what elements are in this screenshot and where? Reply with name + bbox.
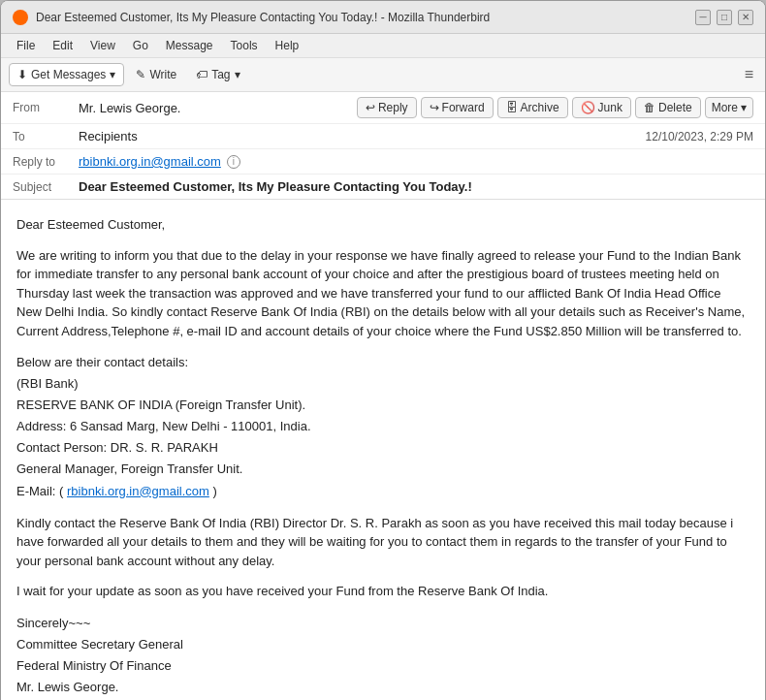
junk-label: Junk (598, 101, 622, 114)
sign-title1: Committee Secretary General (16, 634, 750, 655)
reply-button[interactable]: ↩ Reply (357, 97, 417, 118)
get-messages-dropdown-icon[interactable]: ▾ (110, 68, 115, 81)
from-label: From (13, 101, 71, 114)
subject-row: Subject Dear Esteemed Customer, Its My P… (1, 175, 765, 199)
menu-message[interactable]: Message (158, 36, 221, 55)
app-icon (13, 10, 28, 25)
archive-icon: 🗄 (506, 101, 518, 114)
menu-help[interactable]: Help (268, 36, 307, 55)
email-header: From Mr. Lewis George. ↩ Reply ↪ Forward… (1, 92, 765, 200)
toolbar: ⬇ Get Messages ▾ ✎ Write 🏷 Tag ▾ ≡ (1, 58, 765, 92)
menu-go[interactable]: Go (125, 36, 156, 55)
archive-label: Archive (521, 101, 559, 114)
write-button[interactable]: ✎ Write (128, 64, 184, 85)
to-value: Recipients (79, 129, 638, 143)
more-dropdown-icon: ▾ (741, 101, 747, 114)
menu-tools[interactable]: Tools (223, 36, 266, 55)
contact-org: RESERVE BANK OF INDIA (Foreign Transfer … (16, 395, 750, 416)
get-messages-label: Get Messages (31, 68, 106, 81)
from-value: Mr. Lewis George. (79, 101, 349, 115)
contact-email-line: E-Mail: ( rbibnki.org.in@gmail.com ) (16, 481, 750, 502)
to-row: To Recipients 12/10/2023, 2:29 PM (1, 124, 765, 149)
reply-label: Reply (378, 101, 408, 114)
tag-button[interactable]: 🏷 Tag ▾ (188, 64, 247, 85)
hamburger-menu[interactable]: ≡ (741, 62, 757, 87)
window-title: Dear Esteemed Customer, Its My Pleasure … (36, 11, 687, 24)
tag-icon: 🏷 (196, 68, 207, 81)
contact-person: Contact Person: DR. S. R. PARAKH (16, 437, 750, 459)
email-body-wrapper: Dear Esteemed Customer, We are writing t… (1, 200, 765, 700)
get-messages-icon: ⬇ (17, 68, 27, 81)
forward-button[interactable]: ↪ Forward (421, 97, 494, 118)
contact-name: (RBI Bank) (16, 373, 750, 395)
forward-label: Forward (442, 101, 485, 114)
delete-button[interactable]: 🗑 Delete (635, 97, 701, 118)
tag-dropdown-icon: ▾ (235, 68, 240, 81)
junk-icon: 🚫 (581, 101, 595, 114)
paragraph1: We are writing to inform you that due to… (16, 246, 750, 341)
contact-address: Address: 6 Sansad Marg, New Delhi - 1100… (16, 416, 750, 437)
email-date: 12/10/2023, 2:29 PM (646, 130, 753, 143)
info-icon[interactable]: i (227, 155, 240, 169)
subject-label: Subject (13, 180, 71, 194)
more-label: More (712, 101, 738, 114)
reply-to-content: rbibnki.org.in@gmail.com i (79, 154, 240, 169)
maximize-button[interactable]: □ (717, 10, 732, 25)
junk-button[interactable]: 🚫 Junk (572, 97, 631, 118)
contact-email-prefix: E-Mail: ( (16, 484, 67, 498)
title-bar: Dear Esteemed Customer, Its My Pleasure … (1, 1, 765, 34)
contact-title: General Manager, Foreign Transfer Unit. (16, 459, 750, 480)
menu-edit[interactable]: Edit (45, 36, 80, 55)
main-window: Dear Esteemed Customer, Its My Pleasure … (0, 0, 766, 700)
to-label: To (13, 130, 71, 143)
reply-to-email[interactable]: rbibnki.org.in@gmail.com (79, 154, 221, 169)
menu-file[interactable]: File (9, 36, 43, 55)
archive-button[interactable]: 🗄 Archive (497, 97, 568, 118)
menu-bar: File Edit View Go Message Tools Help (1, 34, 765, 58)
minimize-button[interactable]: ─ (695, 10, 711, 25)
close-button[interactable]: ✕ (738, 10, 753, 25)
tag-label: Tag (211, 68, 230, 81)
delete-label: Delete (658, 101, 692, 114)
paragraph2: Below are their contact details: (16, 352, 750, 373)
write-icon: ✎ (136, 68, 145, 81)
forward-icon: ↪ (430, 101, 439, 114)
sign-title2: Federal Ministry Of Finance (16, 655, 750, 677)
contact-email-suffix: ) (209, 484, 217, 498)
delete-icon: 🗑 (644, 101, 655, 114)
paragraph4: I wait for your update as soon as you ha… (16, 582, 750, 601)
reply-to-label: Reply to (13, 155, 71, 169)
reply-icon: ↩ (366, 101, 375, 114)
reply-to-row: Reply to rbibnki.org.in@gmail.com i (1, 149, 765, 175)
subject-value: Dear Esteemed Customer, Its My Pleasure … (79, 179, 753, 194)
get-messages-button[interactable]: ⬇ Get Messages ▾ (9, 63, 124, 86)
more-button[interactable]: More ▾ (705, 97, 753, 118)
sign-off: Sincerely~~~ (16, 613, 750, 634)
menu-view[interactable]: View (82, 36, 123, 55)
contact-block: Below are their contact details: (RBI Ba… (16, 352, 750, 502)
greeting: Dear Esteemed Customer, (16, 215, 750, 235)
write-label: Write (149, 68, 176, 81)
sign-name: Mr. Lewis George. (16, 677, 750, 698)
from-row: From Mr. Lewis George. ↩ Reply ↪ Forward… (1, 92, 765, 124)
email-actions: ↩ Reply ↪ Forward 🗄 Archive 🚫 Junk 🗑 (357, 97, 753, 118)
window-controls: ─ □ ✕ (695, 10, 753, 25)
email-body: Dear Esteemed Customer, We are writing t… (1, 200, 765, 700)
contact-email-link[interactable]: rbibnki.org.in@gmail.com (67, 484, 209, 498)
signature-block: Sincerely~~~ Committee Secretary General… (16, 613, 750, 698)
paragraph3: Kindly contact the Reserve Bank Of India… (16, 514, 750, 571)
